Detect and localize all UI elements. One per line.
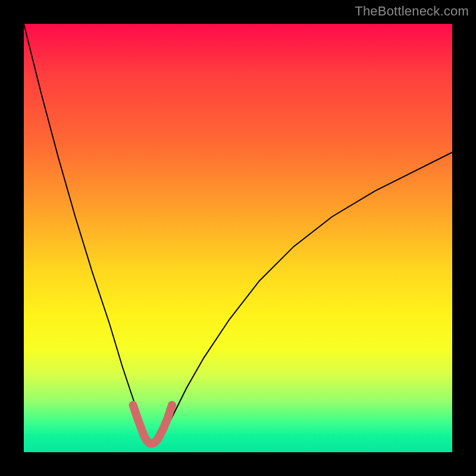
chart-plot-area xyxy=(24,24,452,452)
chart-stage: TheBottleneck.com xyxy=(0,0,476,476)
bottleneck-curve-path xyxy=(24,24,452,444)
chart-svg xyxy=(24,24,452,452)
trough-highlight-path xyxy=(133,405,173,444)
watermark-text: TheBottleneck.com xyxy=(355,4,469,19)
